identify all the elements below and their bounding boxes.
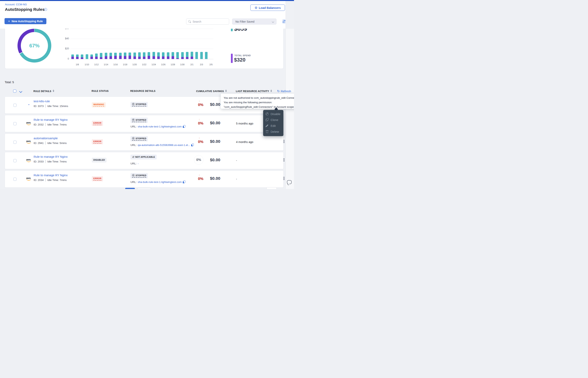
table-row: awsRule to manage RY NginxID: 2032Idle T… — [5, 115, 284, 132]
spend-bar-segment — [157, 56, 160, 59]
rule-name-link[interactable]: automationsample — [34, 136, 58, 140]
x-tick-label: 1/10 — [82, 63, 92, 66]
rule-name-link[interactable]: Rule to manage RY Nginx — [34, 155, 68, 158]
new-autostopping-rule-button[interactable]: + New AutoStopping Rule — [4, 18, 46, 24]
breadcrumb-account-link[interactable]: Account: CCM-NG — [5, 3, 27, 6]
rule-status-badge: WARNING — [92, 102, 106, 107]
spend-bar-segment — [186, 57, 189, 59]
autostopping-rules-page: Account: CCM-NG AutoStopping Rules ⓘ ⚙ L… — [0, 0, 294, 189]
x-tick-label: 1/22 — [139, 63, 149, 66]
x-tick-label: 2/5 — [206, 63, 216, 66]
pagination-page[interactable] — [137, 188, 151, 189]
col-rule-details[interactable]: RULE DETAILS — [33, 90, 54, 93]
chat-icon[interactable] — [287, 180, 292, 184]
row-checkbox[interactable] — [13, 104, 16, 107]
spend-bar-segment — [90, 57, 93, 59]
x-tick-label: 1/18 — [120, 63, 130, 66]
y-tick-label: 0 — [56, 57, 69, 60]
saved-filter-value: No Filter Saved — [235, 20, 254, 23]
savings-bar-segment — [200, 52, 203, 59]
select-menu-chevron-icon[interactable] — [19, 90, 22, 93]
copy-icon[interactable] — [183, 125, 185, 128]
table-row: awsautomationsampleID: 2941Idle Time: 5m… — [5, 134, 284, 151]
x-tick-label: 1/14 — [101, 63, 111, 66]
spend-bar-segment — [191, 57, 193, 59]
spend-bar-segment — [105, 56, 107, 59]
search-input[interactable] — [192, 20, 226, 23]
savings-bar-segment — [124, 53, 126, 56]
page-header: Account: CCM-NG AutoStopping Rules ⓘ ⚙ L… — [0, 1, 286, 14]
spend-bar-segment — [148, 56, 150, 59]
page-title: AutoStopping Rules — [5, 7, 45, 12]
spend-bar-segment — [95, 57, 98, 59]
row-menu-button[interactable] — [283, 177, 285, 182]
resource-url-link[interactable]: sha-bulk-rule-test-1.lightwingtest.com — [138, 181, 182, 184]
spend-legend-bar — [231, 54, 233, 63]
x-tick-label: 1/20 — [130, 63, 140, 66]
spend-bar-segment — [128, 56, 131, 59]
spend-bar-segment — [114, 56, 117, 59]
url-label: URL: — [130, 162, 137, 165]
spend-bar-segment — [71, 57, 74, 59]
x-tick-label: 1/12 — [91, 63, 102, 66]
x-tick-label: 2/1 — [187, 63, 197, 66]
pagination-control[interactable] — [267, 187, 277, 189]
copy-icon[interactable] — [183, 181, 185, 184]
saved-filter-dropdown[interactable]: No Filter Saved — [232, 18, 277, 25]
sort-icon — [53, 90, 54, 92]
spend-bar-segment — [124, 56, 126, 59]
spend-bar-segment — [153, 56, 155, 59]
last-activity: 4 months ago — [236, 140, 253, 144]
savings-bar-segment — [133, 53, 136, 56]
spend-bar-segment — [143, 57, 145, 59]
row-checkbox[interactable] — [13, 141, 16, 144]
select-all-checkbox[interactable] — [13, 90, 16, 93]
resource-url-line: URL:- — [130, 162, 139, 165]
search-box[interactable] — [186, 18, 229, 25]
spend-bar-segment — [162, 56, 165, 59]
pagination-active-page[interactable] — [125, 188, 135, 189]
rule-name-link[interactable]: Rule to manage RY Nginx — [34, 174, 68, 177]
stopped-icon — [132, 137, 135, 140]
resource-url-link[interactable]: qa-automation-alb-515563988.us-east-1.el… — [138, 144, 190, 147]
row-checkbox[interactable] — [13, 159, 16, 162]
total-count: Total: 5 — [5, 81, 14, 84]
savings-bar-segment — [191, 52, 193, 57]
rule-status-badge: ERROR — [92, 139, 103, 144]
menu-item-clone[interactable]: Clone — [263, 117, 283, 123]
row-checkbox[interactable] — [13, 122, 16, 125]
menu-item-delete[interactable]: Delete — [263, 129, 283, 135]
load-balancers-button[interactable]: ⚙ Load Balancers — [250, 4, 285, 11]
resource-url-link[interactable]: - — [138, 162, 139, 165]
savings-percent: 0% — [188, 103, 204, 107]
rule-status-badge: DISABLED — [92, 158, 106, 162]
rule-name-link[interactable]: Rule to manage RY Nginx — [34, 118, 68, 121]
rule-id-line: ID: 2941Idle Time: 5mins — [34, 141, 67, 145]
refresh-icon: ↻ — [277, 89, 280, 93]
resource-url-link[interactable]: sha-bulk-rule-test-1.lightwingtest.com — [138, 125, 182, 128]
savings-bar-segment — [153, 52, 155, 56]
refresh-button[interactable]: ↻Refresh — [277, 89, 291, 93]
row-menu-button[interactable] — [283, 140, 285, 145]
rule-name-link[interactable]: test-k8s-rule — [34, 99, 50, 103]
sort-icon — [225, 90, 227, 92]
gridline — [70, 59, 213, 59]
aws-icon: aws — [26, 176, 32, 183]
info-icon[interactable]: ⓘ — [44, 8, 47, 11]
row-menu-button[interactable] — [283, 158, 285, 163]
col-last-resource-activity[interactable]: LAST RESOURCE ACTIVITY — [236, 90, 272, 93]
copy-icon[interactable] — [191, 144, 194, 147]
idle-time: Idle Time: 7mins — [47, 123, 67, 126]
menu-item-edit[interactable]: Edit — [263, 123, 283, 129]
col-cumulative-savings[interactable]: CUMULATIVE SAVINGS — [196, 90, 227, 93]
rule-id: ID: 2034 — [34, 179, 44, 182]
filter-panel-icon[interactable] — [282, 19, 286, 23]
delete-icon — [266, 130, 269, 133]
rule-status-badge: ERROR — [92, 121, 103, 126]
row-checkbox[interactable] — [13, 178, 16, 181]
y-tick-label: $60 — [56, 29, 69, 30]
x-tick-label: 1/8 — [72, 63, 82, 66]
savings-legend-bar — [231, 29, 233, 31]
menu-item-disable[interactable]: Disable — [263, 111, 283, 117]
toolbar: + New AutoStopping Rule No Filter Saved — [0, 14, 286, 29]
